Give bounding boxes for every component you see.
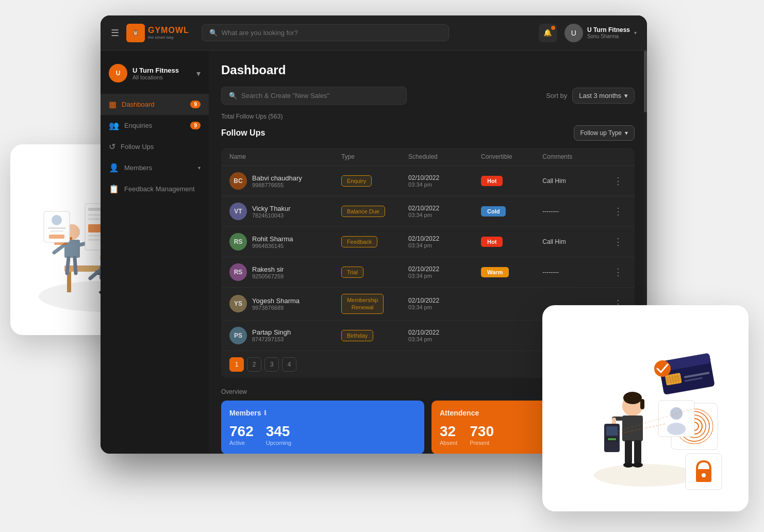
scheduled-date: 02/10/2022 bbox=[408, 235, 481, 242]
col-comments: Comments bbox=[542, 153, 609, 160]
person-name: Rohit Sharma bbox=[252, 235, 293, 243]
type-badge: MembershipRenewal bbox=[341, 294, 384, 314]
person-info: Vicky Thakur 7824610043 bbox=[252, 205, 291, 219]
comments-cell: -------- bbox=[542, 269, 609, 276]
table-header: Name Type Scheduled Convertible Comments bbox=[221, 148, 635, 166]
sidebar-item-feedback[interactable]: 📋 Feedback Management bbox=[101, 178, 209, 200]
person-name: Rakesh sir bbox=[252, 265, 284, 273]
user-subtitle: Sonu Sharma bbox=[587, 34, 630, 39]
attendance-absent-stat: 32 Absent bbox=[440, 423, 457, 446]
org-selector[interactable]: U U Turn Fitness All locations ▾ bbox=[101, 59, 209, 88]
svg-point-46 bbox=[623, 462, 634, 468]
members-label: Members bbox=[229, 409, 261, 417]
notification-button[interactable]: 🔔 bbox=[539, 24, 557, 42]
svg-point-40 bbox=[594, 464, 697, 487]
sort-dropdown[interactable]: Last 3 months ▾ bbox=[572, 88, 635, 104]
search-create-input[interactable] bbox=[241, 92, 399, 99]
person-info: Yogesh Sharma 9973876689 bbox=[252, 297, 300, 311]
svg-rect-38 bbox=[50, 230, 63, 232]
type-cell: Feedback bbox=[341, 236, 408, 247]
filter-chevron-icon: ▾ bbox=[625, 129, 628, 137]
user-profile[interactable]: U U Turn Fitness Sonu Sharma ▾ bbox=[564, 24, 637, 42]
convertible-badge: Hot bbox=[481, 176, 503, 186]
members-card: Members ℹ 762 Active 345 Upcoming bbox=[221, 401, 424, 454]
avatar: PS bbox=[229, 327, 247, 344]
scheduled-time: 03:34 pm bbox=[408, 336, 481, 342]
svg-line-17 bbox=[67, 258, 69, 273]
person-info: Rakesh sir 9250567259 bbox=[252, 265, 284, 279]
sort-right: Sort by Last 3 months ▾ bbox=[546, 88, 635, 104]
dashboard-badge: 9 bbox=[190, 101, 201, 108]
logo-icon: 🦉 bbox=[126, 24, 145, 42]
table-row: BC Babvi chaudhary 9988776655 Enquiry 02… bbox=[221, 166, 635, 196]
svg-rect-37 bbox=[48, 227, 65, 229]
scheduled-cell: 02/10/2022 03:34 pm bbox=[408, 265, 481, 279]
attendance-absent-label: Absent bbox=[440, 440, 457, 446]
search-create-bar[interactable]: 🔍 bbox=[221, 87, 407, 105]
scheduled-date: 02/10/2022 bbox=[408, 205, 481, 212]
col-name: Name bbox=[229, 153, 341, 160]
attendance-label: Attendence bbox=[440, 409, 479, 417]
table-row: RS Rakesh sir 9250567259 Trial 02/10/202… bbox=[221, 257, 635, 288]
filter-label: Follow up Type bbox=[580, 129, 622, 137]
scheduled-cell: 02/10/2022 03:34 pm bbox=[408, 297, 481, 310]
scheduled-cell: 02/10/2022 03:34 pm bbox=[408, 174, 481, 188]
person-info: Partap Singh 8747297153 bbox=[252, 328, 291, 342]
members-active-label: Active bbox=[229, 440, 254, 446]
svg-point-47 bbox=[633, 462, 643, 468]
page-button-3[interactable]: 3 bbox=[264, 357, 279, 372]
svg-rect-39 bbox=[49, 235, 64, 239]
more-options-button[interactable]: ⋮ bbox=[609, 206, 626, 217]
scrollbar-thumb[interactable] bbox=[644, 51, 647, 112]
person-phone: 9988776655 bbox=[252, 182, 302, 188]
menu-icon[interactable]: ☰ bbox=[111, 27, 119, 39]
global-search-input[interactable] bbox=[222, 29, 441, 37]
members-upcoming-num: 345 bbox=[266, 423, 292, 440]
col-type: Type bbox=[341, 153, 408, 160]
person-info: Babvi chaudhary 9988776655 bbox=[252, 174, 302, 188]
more-options-button[interactable]: ⋮ bbox=[609, 175, 626, 187]
sort-bar: 🔍 Sort by Last 3 months ▾ bbox=[221, 87, 635, 105]
person-cell: RS Rohit Sharma 9964836145 bbox=[229, 233, 341, 251]
scheduled-time: 03:34 pm bbox=[408, 212, 481, 218]
scheduled-cell: 02/10/2022 03:34 pm bbox=[408, 205, 481, 218]
page-button-4[interactable]: 4 bbox=[282, 357, 296, 372]
person-name: Babvi chaudhary bbox=[252, 174, 302, 182]
sidebar-item-members[interactable]: 👤 Members ▾ bbox=[101, 157, 209, 178]
svg-rect-54 bbox=[608, 438, 616, 440]
col-convertible: Convertible bbox=[481, 153, 542, 160]
page-button-1[interactable]: 1 bbox=[229, 357, 244, 372]
attendance-present-stat: 730 Present bbox=[470, 423, 494, 446]
org-chevron-icon: ▾ bbox=[196, 69, 201, 78]
sidebar: U U Turn Fitness All locations ▾ ▦ Dashb… bbox=[101, 51, 209, 454]
comments-cell: Call Him bbox=[542, 238, 609, 245]
page-button-2[interactable]: 2 bbox=[247, 357, 261, 372]
followups-icon: ↺ bbox=[109, 142, 115, 152]
user-name: U Turn Fitness bbox=[587, 26, 630, 34]
more-options-button[interactable]: ⋮ bbox=[609, 236, 626, 247]
more-options-button[interactable]: ⋮ bbox=[609, 267, 626, 278]
sidebar-item-followups[interactable]: ↺ Follow Ups bbox=[101, 136, 209, 157]
table-row: RS Rohit Sharma 9964836145 Feedback 02/1… bbox=[221, 227, 635, 257]
person-cell: PS Partap Singh 8747297153 bbox=[229, 327, 341, 344]
follow-up-type-filter[interactable]: Follow up Type ▾ bbox=[574, 125, 635, 141]
section-title: Follow Ups bbox=[221, 128, 265, 138]
type-cell: Birthday bbox=[341, 330, 408, 341]
sidebar-item-dashboard[interactable]: ▦ Dashboard 9 bbox=[101, 94, 209, 115]
user-info: U Turn Fitness Sonu Sharma bbox=[587, 26, 630, 39]
scheduled-date: 02/10/2022 bbox=[408, 265, 481, 273]
sidebar-label-dashboard: Dashboard bbox=[122, 101, 155, 108]
convertible-badge: Cold bbox=[481, 206, 506, 217]
members-icon: 👤 bbox=[109, 163, 119, 173]
svg-point-42 bbox=[623, 392, 642, 404]
avatar: VT bbox=[229, 203, 247, 220]
org-avatar: U bbox=[109, 64, 127, 82]
members-stats: 762 Active 345 Upcoming bbox=[229, 423, 416, 446]
global-search-bar[interactable]: 🔍 bbox=[202, 24, 449, 41]
logo-sub: the smart way bbox=[148, 35, 189, 40]
info-icon: ℹ bbox=[264, 409, 267, 417]
svg-point-79 bbox=[667, 423, 686, 435]
type-badge: Birthday bbox=[341, 330, 373, 341]
sidebar-item-enquiries[interactable]: 👥 Enquiries 9 bbox=[101, 115, 209, 136]
svg-rect-45 bbox=[634, 440, 641, 463]
